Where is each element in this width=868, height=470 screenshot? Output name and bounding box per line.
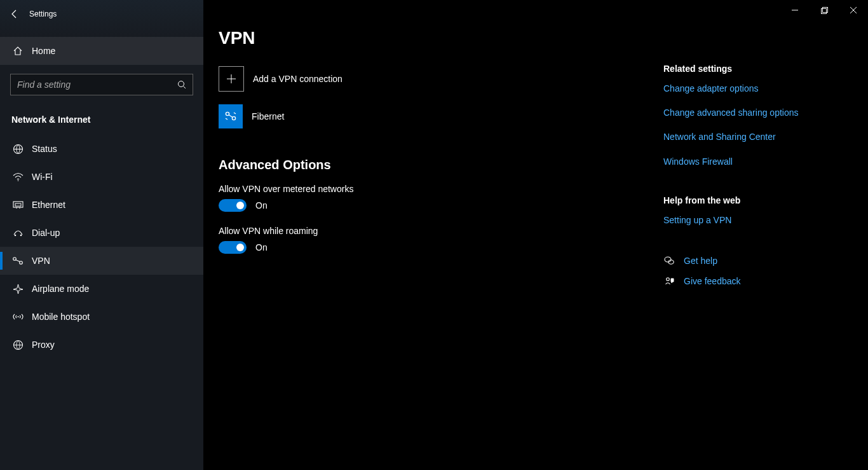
vpn-connection-name: Fibernet [252, 111, 284, 121]
link-get-help[interactable]: Get help [684, 255, 717, 266]
svg-line-25 [234, 113, 236, 114]
app-title: Settings [29, 10, 57, 18]
svg-rect-1 [821, 8, 826, 13]
svg-point-14 [20, 235, 22, 237]
link-change-adapter[interactable]: Change adapter options [663, 83, 829, 94]
sidebar-item-hotspot[interactable]: Mobile hotspot [0, 303, 203, 331]
link-network-sharing-center[interactable]: Network and Sharing Center [663, 131, 829, 142]
right-rail: Related settings Change adapter options … [663, 28, 841, 470]
svg-point-8 [17, 180, 18, 181]
svg-line-6 [184, 86, 186, 89]
advanced-options-heading: Advanced Options [219, 158, 651, 172]
home-icon [11, 46, 24, 56]
vpn-connection-icon [219, 104, 243, 128]
search-field[interactable] [16, 79, 176, 90]
search-input[interactable] [10, 74, 193, 95]
related-settings-heading: Related settings [663, 64, 829, 74]
sidebar-item-label: Mobile hotspot [32, 312, 90, 322]
svg-rect-9 [13, 202, 23, 207]
page-title: VPN [219, 28, 651, 48]
roaming-toggle[interactable] [219, 241, 247, 254]
sidebar-item-home[interactable]: Home [0, 37, 203, 65]
sidebar-item-label: Dial-up [32, 228, 60, 238]
sidebar-item-label: Wi-Fi [32, 172, 53, 182]
sidebar-item-airplane[interactable]: Airplane mode [0, 275, 203, 303]
sidebar-item-ethernet[interactable]: Ethernet [0, 191, 203, 219]
vpn-connection-item[interactable]: Fibernet [219, 104, 651, 128]
svg-point-5 [179, 81, 184, 87]
sidebar-item-label: Ethernet [32, 200, 65, 210]
svg-line-24 [229, 115, 233, 118]
link-windows-firewall[interactable]: Windows Firewall [663, 156, 829, 167]
proxy-icon [11, 340, 24, 350]
add-vpn-label: Add a VPN connection [253, 74, 342, 84]
home-label: Home [32, 46, 55, 56]
feedback-icon [663, 277, 675, 286]
sidebar-section-label: Network & Internet [11, 114, 203, 125]
main-content: VPN Add a VPN connection Fibernet Advanc… [203, 0, 868, 470]
back-button[interactable] [0, 0, 29, 28]
metered-toggle-state: On [255, 200, 268, 211]
svg-line-26 [226, 118, 227, 120]
roaming-option-label: Allow VPN while roaming [219, 226, 651, 236]
vpn-icon [11, 256, 24, 265]
minimize-button[interactable] [780, 0, 810, 20]
sidebar-item-proxy[interactable]: Proxy [0, 331, 203, 359]
svg-point-18 [17, 316, 18, 317]
metered-toggle[interactable] [219, 199, 247, 212]
sidebar: Settings Home Network & Internet Status [0, 0, 203, 470]
help-web-heading: Help from the web [663, 195, 829, 205]
svg-line-17 [16, 260, 20, 262]
svg-rect-2 [822, 7, 827, 12]
sidebar-item-label: Airplane mode [32, 284, 89, 294]
svg-point-27 [665, 257, 671, 262]
add-vpn-button[interactable]: Add a VPN connection [219, 66, 651, 92]
maximize-button[interactable] [810, 0, 839, 20]
sidebar-item-label: Proxy [32, 340, 55, 350]
sidebar-item-status[interactable]: Status [0, 135, 203, 163]
ethernet-icon [11, 200, 24, 209]
sidebar-item-label: Status [32, 144, 57, 154]
status-icon [11, 144, 24, 155]
plus-icon [219, 66, 244, 92]
get-help-icon [663, 256, 675, 265]
wifi-icon [11, 172, 24, 182]
sidebar-item-label: VPN [32, 256, 50, 266]
search-icon [176, 79, 187, 90]
dialup-icon [11, 228, 24, 237]
link-advanced-sharing[interactable]: Change advanced sharing options [663, 107, 829, 118]
sidebar-item-wifi[interactable]: Wi-Fi [0, 163, 203, 191]
sidebar-item-vpn[interactable]: VPN [0, 247, 203, 275]
link-setting-up-vpn[interactable]: Setting up a VPN [663, 214, 829, 226]
hotspot-icon [11, 312, 24, 321]
airplane-icon [11, 284, 24, 294]
svg-rect-10 [15, 204, 21, 206]
svg-point-13 [14, 235, 16, 237]
close-button[interactable] [839, 0, 868, 20]
svg-point-29 [666, 277, 669, 280]
roaming-toggle-state: On [255, 242, 268, 252]
link-give-feedback[interactable]: Give feedback [684, 275, 741, 287]
sidebar-item-dialup[interactable]: Dial-up [0, 219, 203, 247]
metered-option-label: Allow VPN over metered networks [219, 184, 651, 194]
window-controls [780, 0, 868, 20]
sidebar-header: Settings [0, 0, 203, 28]
